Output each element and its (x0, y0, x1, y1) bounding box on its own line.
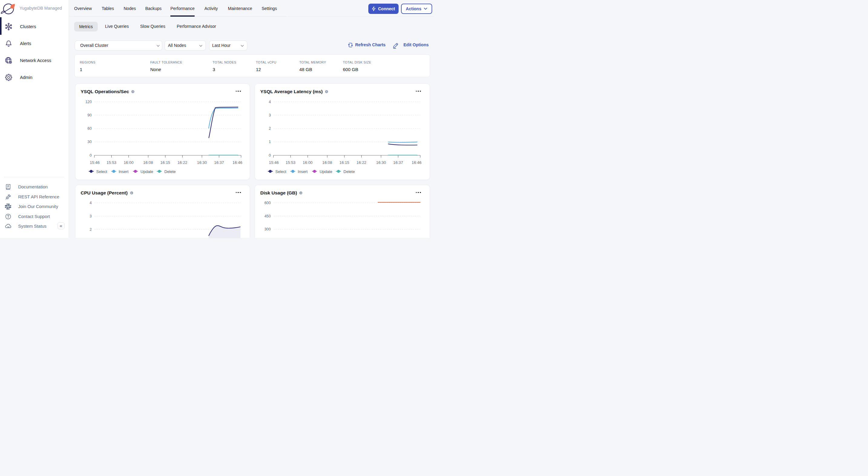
svg-text:16:08: 16:08 (143, 160, 153, 165)
svg-text:3: 3 (269, 113, 271, 117)
svg-text:Update: Update (141, 169, 153, 174)
svg-text:2: 2 (269, 127, 271, 131)
svg-text:Delete: Delete (164, 169, 176, 174)
svg-text:16:15: 16:15 (340, 160, 349, 165)
svg-text:3: 3 (90, 214, 92, 218)
svg-text:120: 120 (85, 100, 92, 104)
svg-text:Select: Select (275, 169, 287, 174)
svg-text:600: 600 (265, 201, 271, 205)
svg-text:Select: Select (96, 169, 107, 174)
svg-text:Update: Update (319, 169, 332, 174)
svg-text:4: 4 (269, 100, 271, 104)
svg-text:16:15: 16:15 (160, 160, 170, 165)
svg-text:300: 300 (265, 227, 271, 231)
svg-text:15:46: 15:46 (269, 160, 279, 165)
svg-text:Delete: Delete (343, 169, 355, 174)
svg-text:16:46: 16:46 (232, 160, 242, 165)
svg-text:60: 60 (88, 127, 92, 131)
svg-text:Insert: Insert (298, 169, 308, 174)
svg-text:90: 90 (88, 113, 92, 117)
svg-text:4: 4 (90, 201, 92, 205)
svg-text:0: 0 (269, 153, 271, 157)
svg-text:16:37: 16:37 (393, 160, 403, 165)
svg-text:16:37: 16:37 (214, 160, 224, 165)
svg-text:16:30: 16:30 (197, 160, 207, 165)
svg-text:16:46: 16:46 (412, 160, 422, 165)
svg-text:16:22: 16:22 (356, 160, 367, 165)
svg-text:16:22: 16:22 (177, 160, 187, 165)
svg-text:15:46: 15:46 (90, 160, 100, 165)
svg-text:0: 0 (90, 153, 92, 157)
svg-text:16:00: 16:00 (303, 160, 313, 165)
svg-text:15:53: 15:53 (106, 160, 117, 165)
svg-text:16:08: 16:08 (322, 160, 332, 165)
svg-text:1: 1 (269, 140, 271, 144)
svg-text:30: 30 (88, 140, 92, 144)
svg-text:16:00: 16:00 (123, 160, 133, 165)
svg-text:16:30: 16:30 (376, 160, 386, 165)
svg-text:2: 2 (90, 228, 92, 232)
svg-text:Insert: Insert (119, 169, 129, 174)
svg-text:450: 450 (265, 214, 271, 218)
svg-text:15:53: 15:53 (286, 160, 296, 165)
